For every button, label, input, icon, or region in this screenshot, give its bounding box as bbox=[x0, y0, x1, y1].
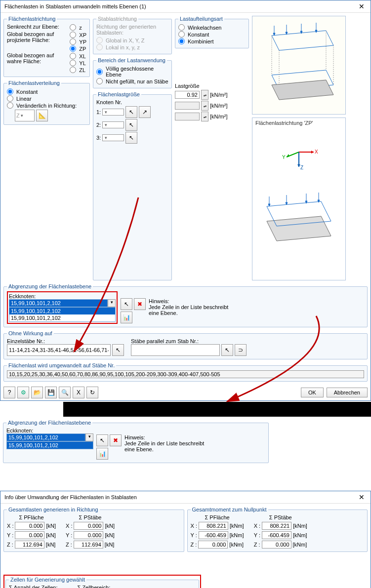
ok-button[interactable]: OK bbox=[301, 388, 324, 397]
radio-z[interactable]: z bbox=[70, 24, 86, 31]
svg-text:X: X bbox=[315, 149, 318, 155]
label: Hinweis: bbox=[124, 434, 213, 440]
radio-winkelachsen[interactable]: Winkelachsen bbox=[178, 24, 246, 31]
pick-icon[interactable]: ↖ bbox=[121, 298, 132, 310]
value: 0.000 bbox=[198, 541, 228, 549]
delete-icon[interactable]: ✖ bbox=[134, 298, 146, 310]
header: Knoten Nr. bbox=[96, 99, 122, 105]
spinner-icon: ▴▾ bbox=[201, 101, 208, 111]
label: Einzelstäbe Nr.: bbox=[7, 338, 124, 344]
radio-zl[interactable]: ZL bbox=[70, 67, 86, 73]
group-abgrenzung-snippet: Abgrenzung der Flächenlastebene Eckknote… bbox=[3, 420, 269, 463]
label: Σ Anzahl der Zellen: bbox=[9, 585, 58, 588]
header: Σ PStäbe bbox=[66, 514, 115, 520]
radio-voellig[interactable]: Völlig geschlossene Ebene bbox=[96, 66, 168, 78]
close-icon[interactable]: ✕ bbox=[357, 493, 367, 501]
close-icon[interactable]: ✕ bbox=[357, 2, 367, 10]
pick-icon[interactable]: ↖ bbox=[96, 434, 108, 446]
value: 0.000 bbox=[15, 531, 44, 539]
pick-icon[interactable]: ↖ bbox=[221, 344, 233, 356]
dropdown-item[interactable]: 15,99,100,101,2,102 bbox=[7, 442, 93, 449]
export-icon[interactable]: X bbox=[73, 387, 84, 398]
radio-yl[interactable]: YL bbox=[70, 60, 86, 66]
excel-icon[interactable]: 📊 bbox=[121, 312, 132, 323]
preview-icon[interactable]: 🔍 bbox=[59, 387, 71, 398]
cancel-button[interactable]: Abbrechen bbox=[327, 388, 368, 397]
radio-kombiniert[interactable]: Kombiniert bbox=[178, 38, 246, 44]
radio-konstant2[interactable]: Konstant bbox=[178, 31, 246, 38]
direction-combo[interactable]: Z bbox=[15, 110, 35, 121]
radio-global: Global in X, Y, Z bbox=[96, 37, 168, 43]
dropdown-item[interactable]: 15,99,100,101,2,102 bbox=[9, 314, 115, 321]
legend: Gesamtlasten generieren in Richtung bbox=[7, 507, 100, 512]
preview-3d bbox=[252, 16, 346, 115]
value: 0.000 bbox=[74, 522, 103, 530]
node-combo-2[interactable] bbox=[102, 121, 124, 128]
radio-zp[interactable]: ZP bbox=[70, 45, 86, 52]
header: Σ PStäbe bbox=[254, 514, 307, 520]
spinner-icon[interactable]: ▴▾ bbox=[201, 90, 208, 100]
legend: Stablastrichtung bbox=[96, 16, 138, 22]
hint-text: Jede Zeile in der Liste beschreibt eine … bbox=[124, 440, 213, 452]
group-ohne-wirkung: Ohne Wirkung auf Einzelstäbe Nr.: ↖ Stäb… bbox=[3, 330, 368, 359]
label: Hinweis: bbox=[149, 298, 238, 304]
value: 112.694 bbox=[15, 541, 44, 549]
save-icon[interactable]: 💾 bbox=[45, 387, 57, 398]
dialog-title: Flächenlasten in Stablasten umwandeln mi… bbox=[4, 3, 146, 9]
staebe-output bbox=[7, 370, 364, 378]
dropdown-item[interactable]: 15,99,100,101,2,102 bbox=[9, 308, 115, 314]
svg-text:Y: Y bbox=[282, 155, 286, 160]
radio-xl[interactable]: XL bbox=[70, 53, 86, 59]
pick-icon[interactable]: ↖ bbox=[125, 119, 137, 131]
excel-icon[interactable]: 📊 bbox=[96, 448, 108, 460]
legend: Abgrenzung der Flächenlastebene bbox=[7, 283, 93, 289]
help-icon[interactable]: ? bbox=[3, 387, 15, 398]
legend: Gesamtmoment zum Nullpunkt bbox=[191, 507, 268, 512]
pick-icon[interactable]: ↖ bbox=[112, 344, 124, 356]
chevron-down-icon[interactable]: ▾ bbox=[108, 299, 116, 307]
legend: Bereich der Lastanwendung bbox=[96, 57, 167, 63]
load-value-1[interactable] bbox=[175, 91, 200, 99]
open-icon[interactable]: 📂 bbox=[31, 387, 43, 398]
pick-icon[interactable]: ↖ bbox=[125, 106, 137, 118]
label: Eckknoten: bbox=[9, 293, 116, 299]
refresh-icon[interactable]: ↻ bbox=[86, 387, 98, 398]
group-stablastrichtung: Stablastrichtung Richtung der generierte… bbox=[93, 16, 172, 54]
settings-icon[interactable]: ⚙ bbox=[17, 387, 29, 398]
select-icon[interactable]: ⊃ bbox=[235, 344, 247, 356]
value: -600.459 bbox=[262, 531, 291, 539]
radio-lokal: Lokal in x, y, z bbox=[96, 44, 168, 50]
node-combo-1[interactable] bbox=[102, 109, 124, 116]
radio-nicht-gefuellt[interactable]: Nicht gefüllt, nur an Stäbe bbox=[96, 78, 168, 84]
desc: Richtung der generierten Stablasten: bbox=[96, 24, 168, 36]
value: 112.694 bbox=[74, 541, 103, 549]
radio-veraenderlich[interactable]: Veränderlich in Richtung: bbox=[7, 102, 86, 109]
legend: Lastaufteilungsart bbox=[178, 16, 224, 22]
group-abgrenzung: Abgrenzung der Flächenlastebene Eckknote… bbox=[3, 283, 368, 327]
group-lastaufteilungsart: Lastaufteilungsart Winkelachsen Konstant… bbox=[175, 16, 249, 48]
pick-icon[interactable]: ↗ bbox=[139, 106, 151, 118]
delete-icon[interactable]: ✖ bbox=[110, 434, 122, 446]
radio-konstant[interactable]: Konstant bbox=[7, 88, 86, 95]
einzelstaebe-input[interactable] bbox=[7, 344, 111, 356]
legend: Flächenlastgröße bbox=[96, 91, 141, 97]
value: 0.000 bbox=[74, 531, 103, 539]
legend: Zellen für Generierung gewählt bbox=[9, 577, 86, 583]
value: 808.221 bbox=[262, 522, 291, 530]
header: Σ PFläche bbox=[191, 514, 244, 520]
label: Senkrecht zur Ebene: bbox=[7, 24, 67, 30]
eckknoten-combo-2[interactable]: 15,99,100,101,2,102 bbox=[7, 434, 85, 441]
radio-xp[interactable]: XP bbox=[70, 32, 86, 38]
radio-linear[interactable]: Linear bbox=[7, 95, 86, 102]
legend: Abgrenzung der Flächenlastebene bbox=[6, 420, 92, 426]
label: Σ Zellbereich: bbox=[78, 585, 118, 588]
pick-icon[interactable]: ↖ bbox=[125, 132, 137, 144]
node-combo-3[interactable] bbox=[102, 134, 124, 141]
eckknoten-combo[interactable]: 15,99,100,101,2,102 bbox=[9, 300, 107, 307]
parallel-input[interactable] bbox=[131, 344, 220, 356]
header: Lastgröße bbox=[175, 83, 249, 89]
chevron-down-icon[interactable]: ▾ bbox=[85, 433, 93, 441]
pick-icon[interactable]: 📐 bbox=[36, 110, 48, 121]
radio-yp[interactable]: YP bbox=[70, 39, 86, 45]
value: 0.000 bbox=[262, 541, 291, 549]
